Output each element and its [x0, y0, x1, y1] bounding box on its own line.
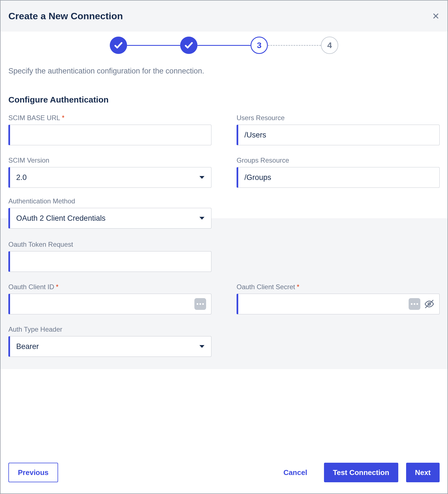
field-scim-version: SCIM Version 2.0 — [8, 156, 211, 188]
scim-base-url-input[interactable] — [8, 125, 211, 145]
wizard-stepper: 3 4 — [1, 32, 447, 57]
label-auth-type-header: Auth Type Header — [8, 326, 211, 333]
groups-resource-input[interactable]: /Groups — [237, 167, 440, 188]
section-title: Configure Authentication — [1, 78, 447, 104]
eye-off-icon[interactable] — [424, 299, 434, 309]
label-oauth-token-request: Oauth Token Request — [8, 241, 211, 248]
label-scim-version: SCIM Version — [8, 156, 211, 164]
field-groups-resource: Groups Resource /Groups — [237, 156, 440, 188]
oauth-sub-panel: Oauth Token Request Oauth Client ID * — [1, 218, 447, 369]
form-grid-oauth: Oauth Token Request Oauth Client ID * — [8, 241, 440, 357]
required-mark: * — [62, 114, 64, 122]
oauth-token-request-input[interactable] — [8, 251, 211, 272]
oauth-sub-panel-outer: Oauth Token Request Oauth Client ID * — [1, 218, 447, 369]
users-resource-input[interactable]: /Users — [237, 125, 440, 145]
field-scim-base-url: SCIM BASE URL * — [8, 114, 211, 145]
connector-2-3 — [197, 45, 251, 46]
chevron-down-icon — [199, 176, 204, 179]
close-button[interactable]: ✕ — [432, 12, 440, 21]
check-icon — [184, 41, 194, 50]
secure-field-icon[interactable] — [194, 298, 206, 310]
form-grid-main: SCIM BASE URL * Users Resource /Users SC… — [1, 104, 447, 188]
modal-header: Create a New Connection ✕ — [1, 1, 447, 32]
field-oauth-token-request: Oauth Token Request — [8, 241, 211, 272]
connector-3-4 — [268, 45, 321, 46]
step-instruction: Specify the authentication configuration… — [1, 57, 447, 78]
step-4-future[interactable]: 4 — [321, 37, 338, 54]
field-auth-method: Authentication Method OAuth 2 Client Cre… — [8, 197, 211, 229]
label-oauth-client-secret: Oauth Client Secret * — [237, 283, 440, 291]
field-oauth-client-secret: Oauth Client Secret * — [237, 283, 440, 314]
create-connection-modal: Create a New Connection ✕ 3 4 Specify th… — [0, 0, 448, 494]
step-3-active[interactable]: 3 — [251, 37, 268, 54]
field-auth-type-header: Auth Type Header Bearer — [8, 326, 211, 357]
next-button[interactable]: Next — [406, 463, 440, 482]
cancel-button[interactable]: Cancel — [275, 463, 316, 482]
step-2-done[interactable] — [180, 37, 197, 54]
connector-1-2 — [127, 45, 180, 46]
oauth-client-id-input[interactable] — [8, 294, 211, 314]
previous-button[interactable]: Previous — [8, 463, 58, 482]
modal-title: Create a New Connection — [8, 11, 123, 22]
chevron-down-icon — [199, 345, 204, 348]
label-groups-resource: Groups Resource — [237, 156, 440, 164]
scim-version-select[interactable]: 2.0 — [8, 167, 211, 188]
secure-field-icon[interactable] — [409, 298, 420, 310]
required-mark: * — [56, 283, 58, 291]
chevron-down-icon — [199, 217, 204, 220]
step-1-done[interactable] — [110, 37, 127, 54]
wizard-footer: Previous Cancel Test Connection Next — [1, 454, 447, 493]
label-oauth-client-id: Oauth Client ID * — [8, 283, 211, 291]
field-users-resource: Users Resource /Users — [237, 114, 440, 145]
label-auth-method: Authentication Method — [8, 197, 211, 205]
check-icon — [114, 41, 123, 50]
test-connection-button[interactable]: Test Connection — [324, 463, 398, 482]
label-scim-base-url: SCIM BASE URL * — [8, 114, 211, 122]
auth-type-header-select[interactable]: Bearer — [8, 336, 211, 357]
close-icon: ✕ — [432, 11, 440, 21]
auth-method-select[interactable]: OAuth 2 Client Credentials — [8, 208, 211, 229]
required-mark: * — [297, 283, 299, 291]
oauth-client-secret-input[interactable] — [237, 294, 440, 314]
label-users-resource: Users Resource — [237, 114, 440, 122]
field-oauth-client-id: Oauth Client ID * — [8, 283, 211, 314]
